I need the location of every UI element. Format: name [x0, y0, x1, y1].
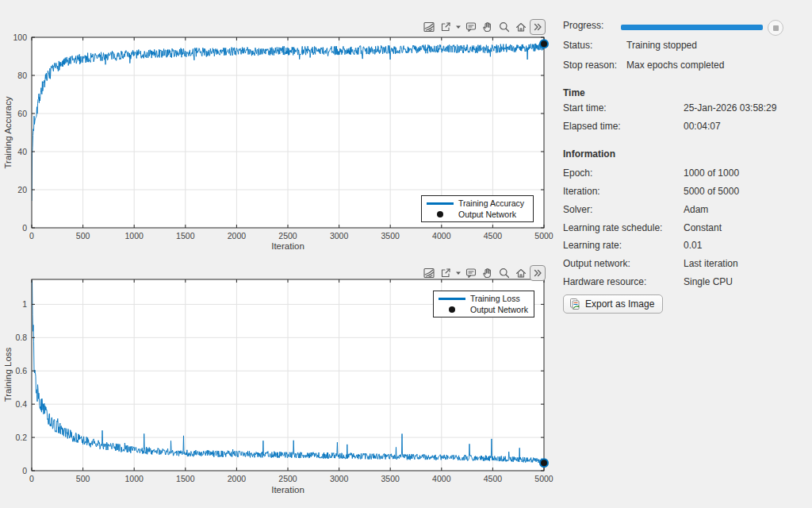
accuracy-axes-toolbar — [421, 18, 546, 36]
x-tick-label: 1000 — [125, 474, 144, 483]
loss-legend: Training Loss Output Network — [433, 291, 534, 318]
output-network-label: Output network: — [563, 258, 630, 269]
stop-button[interactable] — [768, 20, 783, 36]
accuracy-chart-panel: 0500100015002000250030003500400045005000… — [0, 0, 555, 262]
legend-line-sample — [427, 202, 454, 205]
x-tick-label: 2500 — [278, 231, 297, 241]
epoch-value: 1000 of 1000 — [684, 167, 739, 179]
y-tick-label: 100 — [13, 33, 27, 42]
y-tick-label: 0 — [22, 223, 27, 233]
learning-rate-schedule-value: Constant — [684, 222, 722, 233]
information-section-header: Information — [563, 148, 615, 160]
zoom-icon[interactable] — [496, 265, 512, 281]
epoch-label: Epoch: — [563, 167, 592, 179]
legend-label-training-loss: Training Loss — [470, 294, 520, 303]
x-tick-label: 0 — [29, 474, 34, 483]
y-tick-label: 0.6 — [15, 366, 27, 375]
legend-sample — [422, 211, 458, 217]
legend-label-training-accuracy: Training Accuracy — [458, 198, 524, 208]
pan-icon[interactable] — [480, 265, 496, 281]
x-tick-label: 3500 — [381, 231, 400, 241]
legend-sample — [422, 202, 458, 205]
accuracy-plot: 0500100015002000250030003500400045005000… — [0, 0, 555, 262]
legend-dot-sample — [437, 211, 443, 217]
legend-sample — [434, 298, 470, 300]
x-tick-label: 3500 — [381, 474, 400, 483]
y-tick-label: 0.4 — [15, 399, 27, 409]
status-value: Training stopped — [626, 40, 697, 51]
legend-row: Training Accuracy — [422, 198, 533, 209]
learning-rate-schedule-label: Learning rate schedule: — [563, 222, 662, 233]
elapsed-time-label: Elapsed time: — [563, 121, 621, 132]
x-tick-label: 2000 — [228, 474, 247, 483]
pan-icon[interactable] — [480, 19, 496, 35]
training-info-panel: Progress: Status: Training stopped Stop … — [555, 0, 812, 508]
x-tick-label: 1500 — [176, 231, 195, 241]
x-tick-label: 4000 — [432, 474, 451, 483]
legend-row: Output Network — [422, 209, 533, 220]
stop-icon — [773, 25, 779, 31]
restore-view-icon[interactable] — [513, 19, 529, 35]
x-tick-label: 4000 — [432, 231, 451, 241]
datatips-icon[interactable] — [463, 19, 479, 35]
datatips-icon[interactable] — [463, 265, 479, 281]
export-icon[interactable] — [438, 265, 454, 281]
y-tick-label: 1 — [22, 299, 27, 309]
x-tick-label: 0 — [29, 231, 34, 241]
hardware-resource-value: Single CPU — [684, 276, 733, 287]
expand-icon[interactable] — [530, 265, 546, 281]
legend-label-output-network: Output Network — [470, 305, 528, 314]
learning-rate-value: 0.01 — [684, 240, 702, 251]
x-tick-label: 5000 — [534, 231, 553, 241]
accuracy-legend: Training Accuracy Output Network — [421, 195, 534, 222]
y-tick-label: 40 — [17, 147, 27, 156]
y-tick-label: 20 — [17, 185, 27, 194]
x-tick-label: 500 — [76, 474, 90, 483]
x-tick-label: 4500 — [484, 474, 503, 483]
accuracy-x-axis-label: Iteration — [271, 241, 304, 251]
accuracy-y-axis-label: Training Accuracy — [3, 97, 13, 169]
y-tick-label: 0.8 — [15, 333, 27, 342]
output-network-marker — [540, 40, 548, 48]
legend-label-output-network: Output Network — [458, 210, 516, 219]
iteration-value: 5000 of 5000 — [684, 186, 739, 197]
solver-label: Solver: — [563, 204, 592, 215]
legend-row: Output Network — [434, 304, 534, 315]
loss-chart-panel: 0500100015002000250030003500400045005000… — [0, 262, 555, 508]
legend-line-sample — [439, 298, 465, 300]
export-button-label: Export as Image — [585, 298, 654, 310]
y-tick-label: 0 — [22, 466, 27, 475]
x-tick-label: 1500 — [176, 474, 195, 483]
restore-view-icon[interactable] — [513, 265, 529, 281]
x-tick-label: 2500 — [278, 474, 297, 483]
export-image-icon — [569, 298, 581, 310]
zoom-icon[interactable] — [496, 19, 512, 35]
y-tick-label: 80 — [17, 71, 27, 80]
y-tick-label: 60 — [17, 109, 27, 118]
output-network-value: Last iteration — [684, 258, 738, 269]
legend-dot-sample — [449, 306, 455, 313]
elapsed-time-value: 00:04:07 — [684, 121, 721, 132]
export-dropdown-caret-icon[interactable] — [454, 265, 462, 281]
legend-sample — [434, 306, 470, 313]
legend-row: Training Loss — [434, 293, 534, 304]
start-time-value: 25-Jan-2026 03:58:29 — [684, 102, 776, 114]
brush-icon[interactable] — [421, 19, 437, 35]
time-section-header: Time — [563, 87, 585, 98]
x-tick-label: 3000 — [330, 231, 349, 241]
x-tick-label: 5000 — [534, 474, 553, 483]
export-dropdown-caret-icon[interactable] — [454, 19, 462, 35]
iteration-label: Iteration: — [563, 186, 600, 197]
hardware-resource-label: Hardware resource: — [563, 276, 646, 287]
export-as-image-button[interactable]: Export as Image — [563, 294, 663, 314]
expand-icon[interactable] — [530, 19, 546, 35]
x-tick-label: 500 — [76, 231, 90, 241]
export-icon[interactable] — [438, 19, 454, 35]
progress-bar — [621, 25, 763, 30]
loss-y-axis-label: Training Loss — [3, 348, 13, 402]
learning-rate-label: Learning rate: — [563, 240, 622, 251]
solver-value: Adam — [684, 204, 708, 215]
brush-icon[interactable] — [421, 265, 437, 281]
start-time-label: Start time: — [563, 102, 607, 114]
status-label: Status: — [563, 40, 592, 51]
